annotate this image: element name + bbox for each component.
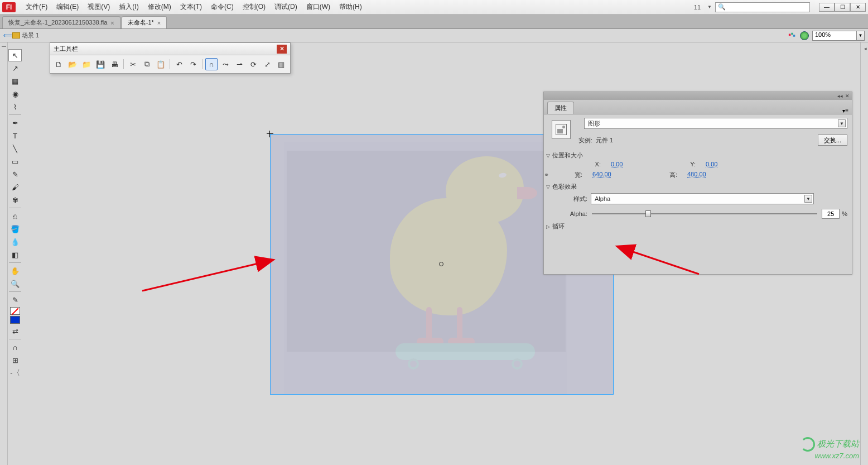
section-label: 位置和大小 <box>552 151 583 160</box>
x-value[interactable]: 0.00 <box>611 161 655 167</box>
brush-tool[interactable]: 🖌 <box>8 181 22 193</box>
canvas-area[interactable]: 主工具栏 ✕ 🗋 📂 📁 💾 🖶 ✂ ⧉ 📋 ↶ ↷ ∩ ⤳ ⇀ <box>22 42 860 465</box>
fill-color-swatch[interactable] <box>10 316 20 324</box>
collapse-icon[interactable]: ◂◂ <box>837 93 843 99</box>
y-value[interactable]: 0.00 <box>706 161 750 167</box>
menu-commands[interactable]: 命令(C) <box>206 1 238 13</box>
panel-close-icon[interactable]: ✕ <box>845 93 850 99</box>
menu-view[interactable]: 视图(V) <box>83 1 114 13</box>
position-size-grid: X: 0.00 Y: 0.00 <box>571 161 750 167</box>
window-controls: — ☐ ✕ <box>819 3 866 12</box>
main-toolbar-title[interactable]: 主工具栏 ✕ <box>50 43 290 55</box>
file-tab-0[interactable]: 恢复_未命名-1_20230612150338.fla × <box>2 16 120 28</box>
snap-magnet-icon[interactable]: ∩ <box>205 58 218 70</box>
open-icon[interactable]: 📂 <box>66 58 79 70</box>
section-position-size[interactable]: ▽ 位置和大小 <box>546 151 847 160</box>
scene-back-icon[interactable]: ⟸ <box>3 32 12 39</box>
twisty-down-icon: ▽ <box>546 184 550 190</box>
options-tool-1[interactable]: ⊞ <box>8 354 22 366</box>
section-color-effect[interactable]: ▽ 色彩效果 <box>546 183 847 191</box>
menu-modify[interactable]: 修改(M) <box>143 1 176 13</box>
dock-grip-icon[interactable] <box>2 46 6 47</box>
alpha-value-input[interactable] <box>822 209 840 219</box>
selection-tool[interactable]: ↖ <box>8 49 22 61</box>
tab-close-icon[interactable]: × <box>110 20 114 26</box>
hand-tool[interactable]: ✋ <box>8 265 22 277</box>
swap-button[interactable]: 交换... <box>818 135 847 146</box>
style-select[interactable]: Alpha ▼ <box>591 193 814 204</box>
redo-icon[interactable]: ↷ <box>187 58 199 70</box>
pen-tool[interactable]: ✒ <box>8 117 22 129</box>
undo-icon[interactable]: ↶ <box>173 58 185 70</box>
slider-thumb[interactable] <box>645 210 651 217</box>
stroke-color-swatch[interactable] <box>10 307 20 315</box>
tab-close-icon[interactable]: × <box>157 20 161 26</box>
menu-help[interactable]: 帮助(H) <box>335 1 367 13</box>
panel-titlebar[interactable]: ◂◂ ✕ <box>544 92 852 100</box>
free-transform-tool[interactable]: ▦ <box>8 75 22 87</box>
section-loop[interactable]: ▷ 循环 <box>546 222 847 231</box>
eraser-tool[interactable]: ◧ <box>8 248 22 261</box>
align-icon[interactable]: ▥ <box>275 58 287 70</box>
options-tool-2[interactable]: -〈 <box>8 367 22 379</box>
dropdown-icon[interactable]: ▼ <box>838 119 846 127</box>
menu-control[interactable]: 控制(O) <box>238 1 270 13</box>
registration-point-icon <box>267 131 273 137</box>
zoom-dropdown-icon[interactable]: ▼ <box>857 31 865 41</box>
properties-tab[interactable]: 属性 <box>547 102 574 114</box>
close-button[interactable]: ✕ <box>850 3 866 12</box>
menu-debug[interactable]: 调试(D) <box>270 1 302 13</box>
workspace-dropdown-arrow-icon[interactable]: ▼ <box>707 4 712 9</box>
line-tool[interactable]: ╲ <box>8 142 22 155</box>
lasso-tool[interactable]: ⌇ <box>8 100 22 113</box>
print-icon[interactable]: 🖶 <box>108 58 120 70</box>
zoom-select[interactable]: 100% <box>812 31 857 41</box>
lock-aspect-icon[interactable]: ⚭ <box>544 171 549 179</box>
bone-tool[interactable]: ⎌ <box>8 210 22 222</box>
width-value[interactable]: 640.00 <box>592 171 637 179</box>
instance-type-select[interactable]: 图形 ▼ <box>584 118 847 129</box>
expand-dock-icon[interactable]: ◂ <box>864 46 867 51</box>
search-input[interactable]: 🔍 <box>715 2 810 12</box>
rectangle-tool[interactable]: ▭ <box>8 155 22 167</box>
scale-icon[interactable]: ⤢ <box>261 58 273 70</box>
panel-close-button[interactable]: ✕ <box>277 45 287 54</box>
maximize-button[interactable]: ☐ <box>835 3 850 12</box>
pencil-tool[interactable]: ✎ <box>8 168 22 180</box>
menu-window[interactable]: 窗口(W) <box>302 1 335 13</box>
new-icon[interactable]: 🗋 <box>52 58 65 70</box>
edit-symbols-icon[interactable] <box>788 32 797 40</box>
menu-insert[interactable]: 插入(I) <box>114 1 143 13</box>
eyedropper-tool[interactable]: 💧 <box>8 236 22 248</box>
menu-file[interactable]: 文件(F) <box>21 1 52 13</box>
open-recent-icon[interactable]: 📁 <box>80 58 93 70</box>
file-tab-1[interactable]: 未命名-1* × <box>122 16 167 28</box>
toolbar-separator <box>170 59 170 69</box>
alpha-row: Alpha: % <box>562 209 847 219</box>
copy-icon[interactable]: ⧉ <box>141 58 153 70</box>
cut-icon[interactable]: ✂ <box>127 58 139 70</box>
snap-to-object-icon[interactable]: ∩ <box>8 341 22 353</box>
minimize-button[interactable]: — <box>819 3 835 12</box>
menu-edit[interactable]: 编辑(E) <box>52 1 83 13</box>
dropdown-icon[interactable]: ▼ <box>804 195 812 203</box>
edit-scene-icon[interactable] <box>800 31 809 40</box>
deco-tool[interactable]: ✾ <box>8 194 22 206</box>
workspace-dropdown-number[interactable]: 11 <box>691 4 704 11</box>
zoom-tool[interactable]: 🔍 <box>8 277 22 290</box>
swap-colors-icon[interactable]: ⇄ <box>8 325 22 337</box>
text-tool[interactable]: T <box>8 130 22 142</box>
height-value[interactable]: 480.00 <box>687 171 732 179</box>
paint-bucket-tool[interactable]: 🪣 <box>8 223 22 235</box>
panel-options-icon[interactable]: ▾≡ <box>839 108 852 114</box>
save-icon[interactable]: 💾 <box>94 58 107 70</box>
smooth-icon[interactable]: ⤳ <box>219 58 232 70</box>
rotate-icon[interactable]: ⟳ <box>247 58 259 70</box>
subselection-tool[interactable]: ↗ <box>8 62 22 74</box>
scene-breadcrumb[interactable]: 场景 1 <box>12 31 39 40</box>
3d-rotate-tool[interactable]: ◉ <box>8 88 22 100</box>
menu-text[interactable]: 文本(T) <box>176 1 206 13</box>
paste-icon[interactable]: 📋 <box>155 58 167 70</box>
straighten-icon[interactable]: ⇀ <box>233 58 245 70</box>
alpha-slider[interactable] <box>592 210 817 218</box>
